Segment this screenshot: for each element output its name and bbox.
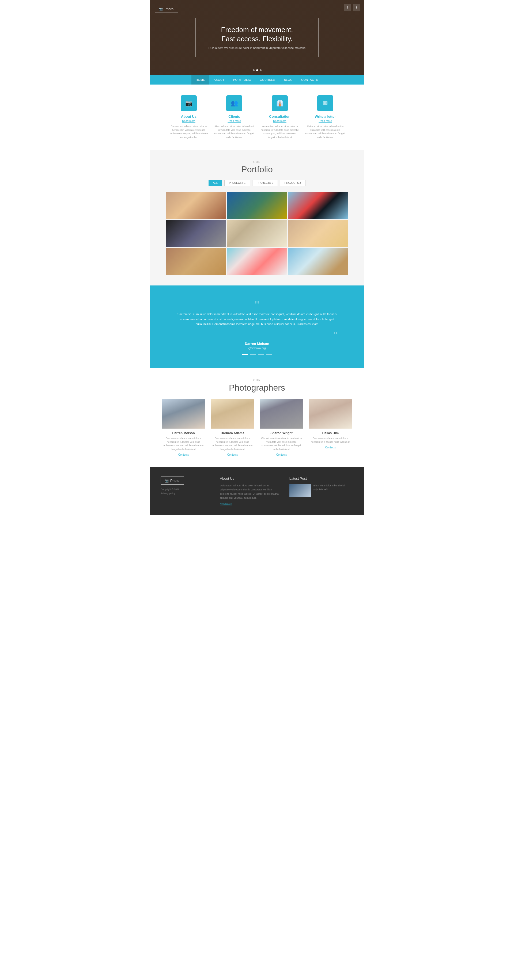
feature-consultation-readmore[interactable]: Read more (273, 119, 286, 123)
photographer-darren-photo (162, 399, 204, 429)
filter-projects1[interactable]: PROJECTS 1 (224, 180, 250, 186)
portfolio-item-7[interactable] (166, 248, 226, 275)
portfolio-filters: ALL PROJECTS 1 PROJECTS 2 PROJECTS 3 (166, 180, 348, 186)
testimonial-section: " Saetem vel eum iriure dolor in hendrer… (150, 285, 364, 368)
feature-about-text: Duis autem vel eum iriure dolor in hendr… (169, 125, 209, 139)
testimonial-dot-2[interactable] (250, 354, 256, 355)
feature-clients-readmore[interactable]: Read more (228, 119, 241, 123)
quote-close-icon: " (334, 330, 337, 341)
portfolio-item-4[interactable] (166, 220, 226, 247)
facebook-button[interactable]: f (344, 4, 351, 11)
camera-icon: 📷 (158, 7, 163, 11)
photographer-darren-name: Darren Moison (162, 431, 204, 435)
header: 📷 Photo! f t Freedom of movement. Fast a… (150, 0, 364, 75)
photographer-dallas-contacts[interactable]: Contacts (309, 446, 351, 449)
footer-about: About Us Duis autem vel eum iriure dolor… (215, 476, 284, 505)
feature-consultation: 👔 Consultation Read more Xera autem vel … (260, 95, 300, 139)
photographer-dallas-photo (309, 399, 351, 429)
photographer-dallas-desc: Duis autem vel eum iriure dolor in hendr… (309, 437, 351, 444)
dot-2[interactable] (256, 69, 258, 71)
footer: 📷 Photo! Copyright © 2016 Privacy policy… (150, 467, 364, 515)
navigation: HOME ABOUT PORTFOLIO COURSES BLOG CONTAC… (150, 75, 364, 84)
photographers-grid: Darren Moison Duis autem vel eum iriure … (161, 399, 353, 456)
photographers-section: OUR Photographers Darren Moison Duis aut… (150, 368, 364, 467)
nav-home[interactable]: HOME (192, 75, 209, 84)
features-section: 📷 About Us Read more Duis autem vel eum … (150, 84, 364, 150)
footer-latest-post: Eium iriure dolor in hendrerit in vulput… (289, 484, 353, 497)
footer-about-title: About Us (220, 476, 279, 480)
feature-consultation-title: Consultation (269, 115, 290, 119)
photographer-sharon-name: Sharon Wright (260, 431, 303, 435)
portfolio-item-6[interactable] (288, 220, 348, 247)
feature-clients: 👥 Clients Read more Atem vel eum iriure … (214, 95, 254, 139)
portfolio-title: Portfolio (166, 164, 348, 175)
feature-about-us: 📷 About Us Read more Duis autem vel eum … (169, 95, 209, 139)
quote-open-icon: " (171, 299, 343, 312)
clients-icon: 👥 (226, 95, 242, 111)
photographer-darren-contacts[interactable]: Contacts (162, 453, 204, 456)
feature-letter-title: Write a letter (315, 115, 336, 119)
photographer-darren: Darren Moison Duis autem vel eum iriure … (162, 399, 204, 456)
hero-title: Freedom of movement. Fast access. Flexib… (209, 25, 306, 44)
nav-about[interactable]: ABOUT (209, 75, 228, 84)
testimonial-dot-3[interactable] (258, 354, 264, 355)
feature-about-title: About Us (181, 115, 196, 119)
portfolio-section: OUR Portfolio ALL PROJECTS 1 PROJECTS 2 … (150, 150, 364, 285)
nav-contacts[interactable]: CONTACTS (297, 75, 322, 84)
portfolio-item-3[interactable] (288, 192, 348, 219)
photographers-title: Photographers (161, 383, 353, 393)
footer-post-image (289, 484, 311, 497)
header-logo[interactable]: 📷 Photo! (155, 5, 178, 13)
photographer-sharon: Sharon Wright Ciln vel eum iriure dolor … (260, 399, 303, 456)
photographer-sharon-photo (260, 399, 303, 429)
photographer-barbara-name: Barbara Adams (211, 431, 254, 435)
footer-brand: 📷 Photo! Copyright © 2016 Privacy policy (161, 476, 215, 505)
testimonial-dots (171, 354, 343, 355)
hero-content: Freedom of movement. Fast access. Flexib… (195, 18, 319, 57)
portfolio-label: OUR (166, 161, 348, 164)
photographer-barbara-contacts[interactable]: Contacts (211, 453, 254, 456)
testimonial-dot-4[interactable] (266, 354, 272, 355)
nav-blog[interactable]: BLOG (279, 75, 297, 84)
hero-dots (253, 69, 262, 71)
write-letter-icon: ✉ (317, 95, 333, 111)
portfolio-item-2[interactable] (227, 192, 287, 219)
footer-copyright: Copyright © 2016 Privacy policy (161, 487, 207, 496)
portfolio-item-9[interactable] (288, 248, 348, 275)
feature-write-letter: ✉ Write a letter Read more Cet eum iriur… (305, 95, 345, 139)
consultation-icon: 👔 (272, 95, 288, 111)
nav-courses[interactable]: COURSES (255, 75, 280, 84)
footer-camera-icon: 📷 (164, 479, 169, 483)
testimonial-name: Darren Moison (171, 342, 343, 346)
filter-projects3[interactable]: PROJECTS 3 (280, 180, 306, 186)
filter-all[interactable]: ALL (209, 180, 222, 186)
feature-letter-readmore[interactable]: Read more (319, 119, 332, 123)
feature-clients-title: Clients (228, 115, 240, 119)
footer-privacy[interactable]: Privacy policy (161, 492, 207, 495)
testimonial-text: Saetem vel eum iriure dolor in hendrerit… (177, 312, 337, 327)
photographer-sharon-contacts[interactable]: Contacts (260, 453, 303, 456)
feature-about-readmore[interactable]: Read more (182, 119, 195, 123)
nav-portfolio[interactable]: PORTFOLIO (229, 75, 255, 84)
footer-read-more[interactable]: Read more (220, 503, 279, 505)
testimonial-dot-1[interactable] (242, 354, 248, 355)
portfolio-item-1[interactable] (166, 192, 226, 219)
photographer-darren-desc: Duis autem vel eum iriure dolor in hendr… (162, 437, 204, 451)
footer-latest-title: Latest Post (289, 476, 353, 480)
footer-logo-text: Photo! (170, 479, 180, 483)
twitter-button[interactable]: t (353, 4, 360, 11)
dot-1[interactable] (253, 69, 255, 71)
feature-consultation-text: Xera autem vel eum iriure dolor in hendr… (260, 125, 300, 139)
filter-projects2[interactable]: PROJECTS 2 (252, 180, 278, 186)
social-links: f t (344, 4, 360, 11)
photographer-barbara-desc: Duis autem vel eum iriure dolor in hendr… (211, 437, 254, 451)
footer-about-text: Duis autem vel eum iriure dolor in hendr… (220, 484, 279, 500)
photographer-sharon-desc: Ciln vel eum iriure dolor in hendrerit i… (260, 437, 303, 451)
dot-3[interactable] (260, 69, 262, 71)
about-us-icon: 📷 (181, 95, 197, 111)
photographer-barbara: Barbara Adams Duis autem vel eum iriure … (211, 399, 254, 456)
portfolio-item-5[interactable] (227, 220, 287, 247)
footer-logo: 📷 Photo! (161, 476, 184, 485)
photographer-dallas: Dallas Bim Duis autem vel eum iriure dol… (309, 399, 351, 456)
portfolio-item-8[interactable] (227, 248, 287, 275)
